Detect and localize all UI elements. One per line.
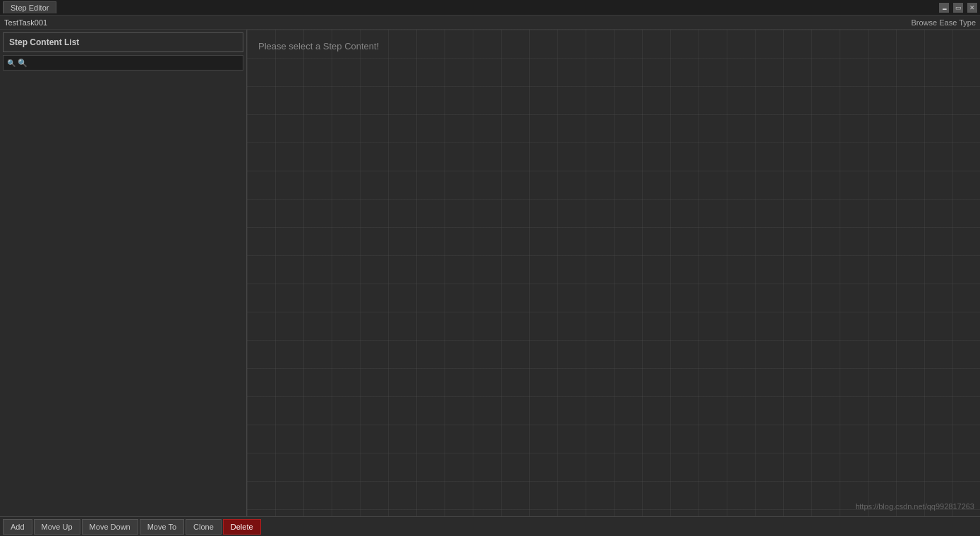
close-icon: ✕ xyxy=(969,4,975,11)
step-content-list-area xyxy=(0,73,246,516)
browse-ease-type-button[interactable]: Browse Ease Type xyxy=(911,18,976,27)
search-icon: 🔍 xyxy=(7,59,16,67)
left-panel: Step Content List 🔍 xyxy=(0,30,247,516)
maximize-icon: ▭ xyxy=(955,4,962,11)
title-bar-controls: 🗕 ▭ ✕ xyxy=(939,3,977,13)
minimize-button[interactable]: 🗕 xyxy=(939,3,949,13)
title-bar: Step Editor 🗕 ▭ ✕ xyxy=(0,0,980,16)
main-layout: Step Content List 🔍 Please select a Step… xyxy=(0,30,980,516)
step-content-list-header: Step Content List xyxy=(3,32,243,52)
maximize-button[interactable]: ▭ xyxy=(953,3,963,13)
minimize-icon: 🗕 xyxy=(941,4,948,11)
close-button[interactable]: ✕ xyxy=(967,3,977,13)
move-up-button[interactable]: Move Up xyxy=(34,519,80,535)
title-tab-label: Step Editor xyxy=(11,4,49,12)
delete-button[interactable]: Delete xyxy=(223,519,261,535)
step-content-list-label: Step Content List xyxy=(9,37,79,47)
placeholder-text: Please select a Step Content! xyxy=(258,41,379,51)
grid-canvas xyxy=(247,30,980,516)
search-input[interactable] xyxy=(3,55,243,71)
move-to-button[interactable]: Move To xyxy=(140,519,184,535)
clone-button[interactable]: Clone xyxy=(186,519,222,535)
title-tab: Step Editor xyxy=(3,1,56,13)
title-bar-left: Step Editor xyxy=(3,1,56,13)
bottom-toolbar: Add Move Up Move Down Move To Clone Dele… xyxy=(0,516,980,536)
task-name-label: TestTask001 xyxy=(4,18,47,27)
right-panel: Please select a Step Content! https://bl… xyxy=(247,30,980,516)
search-box: 🔍 xyxy=(3,55,243,71)
move-down-button[interactable]: Move Down xyxy=(82,519,138,535)
watermark-text: https://blog.csdn.net/qq992817263 xyxy=(855,502,974,511)
subtitle-bar: TestTask001 Browse Ease Type xyxy=(0,16,980,30)
add-button[interactable]: Add xyxy=(3,519,32,535)
